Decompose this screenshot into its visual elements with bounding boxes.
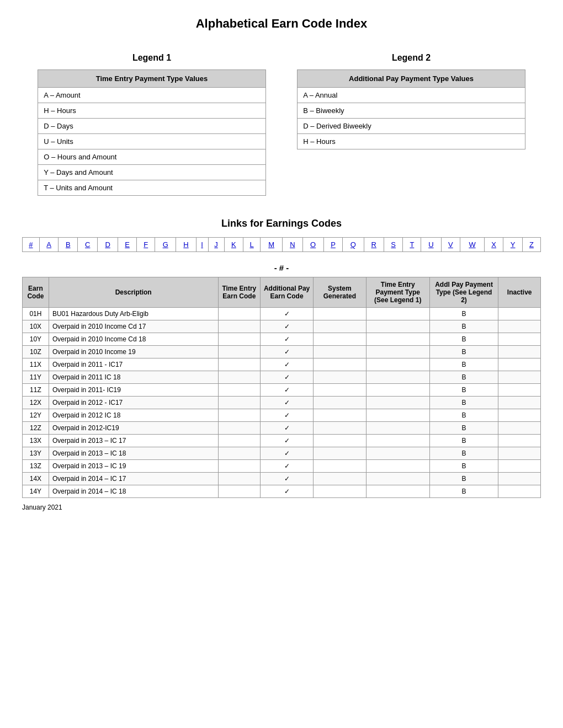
cell-sys-gen [313,333,366,346]
link-cell[interactable]: Q [343,238,364,252]
link-cell[interactable]: P [323,238,343,252]
link-cell[interactable]: B [59,238,78,252]
alphabet-link[interactable]: P [331,240,336,249]
alphabet-link[interactable]: G [163,240,168,249]
alphabet-link[interactable]: X [491,240,496,249]
link-cell[interactable]: I [196,238,208,252]
cell-inactive [498,371,541,384]
legend1-row: A – Amount [38,88,266,103]
alphabet-link[interactable]: J [214,240,218,249]
legend1-row: Y – Days and Amount [38,165,266,180]
cell-inactive [498,384,541,397]
alphabet-link[interactable]: K [231,240,236,249]
table-row: 13XOverpaid in 2013 – IC 17✓B [23,435,541,447]
cell-earn-code: 01H [23,308,49,320]
alphabet-link[interactable]: L [250,240,254,249]
legend1-table: Time Entry Payment Type Values A – Amoun… [38,69,266,196]
cell-earn-code: 12Z [23,422,49,435]
legend1-row: T – Units and Amount [38,180,266,196]
link-cell[interactable]: R [364,238,384,252]
legend1-row: D – Days [38,119,266,134]
alphabet-link[interactable]: D [105,240,110,249]
cell-time-entry [218,358,261,371]
links-title: Links for Earnings Codes [22,218,541,229]
link-cell[interactable]: Y [503,238,523,252]
table-row: 11XOverpaid in 2011 - IC17✓B [23,358,541,371]
cell-time-entry [218,447,261,460]
alphabet-link[interactable]: R [371,240,376,249]
link-cell[interactable]: T [403,238,421,252]
link-cell[interactable]: H [176,238,196,252]
alphabet-link[interactable]: W [469,240,475,249]
link-cell[interactable]: M [261,238,283,252]
cell-description: Overpaid in 2010 Income 19 [49,346,218,358]
cell-time-pay-type [366,485,429,498]
table-row: 13YOverpaid in 2013 – IC 18✓B [23,447,541,460]
alphabet-link[interactable]: U [428,240,433,249]
link-cell[interactable]: X [484,238,503,252]
table-row: 01HBU01 Hazardous Duty Arb-Eligib✓B [23,308,541,320]
alphabet-link[interactable]: C [85,240,90,249]
link-cell[interactable]: # [23,238,40,252]
table-row: 10YOverpaid in 2010 Income Cd 18✓B [23,333,541,346]
link-cell[interactable]: O [302,238,323,252]
alphabet-link[interactable]: V [448,240,453,249]
cell-time-entry [218,397,261,409]
cell-sys-gen [313,371,366,384]
alphabet-link[interactable]: S [391,240,396,249]
cell-earn-code: 14X [23,473,49,485]
cell-time-entry [218,460,261,473]
alphabet-link[interactable]: O [310,240,316,249]
alphabet-link[interactable]: Q [350,240,356,249]
link-cell[interactable]: S [384,238,403,252]
cell-addl-pay: ✓ [261,409,314,422]
alphabet-link[interactable]: T [410,240,414,249]
col-header-addl-pay: Additional Pay Earn Code [261,277,314,308]
alphabet-link[interactable]: E [125,240,130,249]
alphabet-link[interactable]: I [201,240,203,249]
alphabet-link[interactable]: Z [529,240,534,249]
link-cell[interactable]: K [224,238,243,252]
cell-earn-code: 10Y [23,333,49,346]
alphabet-link[interactable]: F [144,240,148,249]
link-cell[interactable]: G [155,238,176,252]
cell-description: Overpaid in 2013 – IC 18 [49,447,218,460]
link-cell[interactable]: Z [522,238,540,252]
alphabet-link[interactable]: Y [511,240,516,249]
cell-time-pay-type [366,371,429,384]
col-header-description: Description [49,277,218,308]
legend2-row: D – Derived Biweekly [298,119,525,134]
link-cell[interactable]: U [421,238,441,252]
cell-time-pay-type [366,447,429,460]
cell-sys-gen [313,460,366,473]
legend2-title: Legend 2 [297,53,525,63]
link-cell[interactable]: W [460,238,485,252]
link-cell[interactable]: E [118,238,137,252]
cell-addl-pay-type: B [429,447,498,460]
alphabet-link[interactable]: H [183,240,188,249]
main-table: Earn Code Description Time Entry Earn Co… [22,277,541,498]
alphabet-link[interactable]: # [29,240,33,249]
alphabet-link[interactable]: A [46,240,51,249]
link-cell[interactable]: N [283,238,302,252]
link-cell[interactable]: V [441,238,460,252]
link-cell[interactable]: F [137,238,155,252]
cell-time-entry [218,384,261,397]
alphabet-link[interactable]: M [268,240,274,249]
link-cell[interactable]: D [98,238,118,252]
cell-description: Overpaid in 2012 IC 18 [49,409,218,422]
cell-earn-code: 11X [23,358,49,371]
legend2-row: H – Hours [298,134,525,149]
cell-description: Overpaid in 2011 - IC17 [49,358,218,371]
cell-earn-code: 11Y [23,371,49,384]
col-header-earn-code: Earn Code [23,277,49,308]
col-header-system-generated: System Generated [313,277,366,308]
link-cell[interactable]: L [243,238,261,252]
link-cell[interactable]: J [208,238,224,252]
cell-earn-code: 12Y [23,409,49,422]
link-cell[interactable]: A [39,238,59,252]
link-cell[interactable]: C [78,238,98,252]
alphabet-link[interactable]: B [66,240,71,249]
alphabet-link[interactable]: N [290,240,295,249]
cell-sys-gen [313,422,366,435]
